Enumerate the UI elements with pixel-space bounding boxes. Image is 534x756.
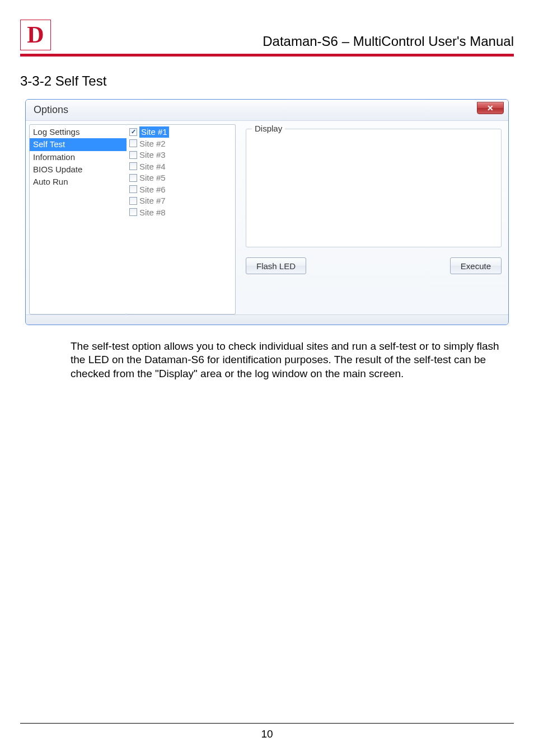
checkbox-icon[interactable] <box>129 151 137 159</box>
site-row[interactable]: Site #2 <box>129 138 232 150</box>
dialog-titlebar: Options ✕ <box>26 100 508 121</box>
nav-item-auto-run[interactable]: Auto Run <box>30 176 127 188</box>
site-label: Site #1 <box>139 126 169 138</box>
nav-item-log-settings[interactable]: Log Settings <box>30 126 127 138</box>
nav-item-self-test[interactable]: Self Test <box>30 138 127 151</box>
site-list: Site #1 Site #2 Site #3 Site #4 Site #5 <box>127 124 236 314</box>
checkbox-icon[interactable] <box>129 185 137 193</box>
site-label: Site #8 <box>139 207 166 218</box>
execute-button[interactable]: Execute <box>450 257 502 274</box>
site-row[interactable]: Site #7 <box>129 195 232 207</box>
site-row[interactable]: Site #3 <box>129 149 232 161</box>
dialog-title: Options <box>34 104 68 116</box>
section-heading: 3-3-2 Self Test <box>20 73 514 89</box>
nav-item-bios-update[interactable]: BIOS Update <box>30 163 127 176</box>
page-number: 10 <box>20 728 514 740</box>
site-row[interactable]: Site #4 <box>129 161 232 173</box>
options-dialog: Options ✕ Log Settings Self Test Informa… <box>25 99 509 325</box>
checkbox-icon[interactable] <box>129 128 137 136</box>
close-button[interactable]: ✕ <box>477 102 504 114</box>
display-groupbox: Display <box>246 129 502 247</box>
site-label: Site #2 <box>139 138 166 149</box>
close-icon: ✕ <box>487 104 494 112</box>
paragraph: The self-test option allows you to check… <box>71 340 509 381</box>
site-label: Site #3 <box>139 149 166 161</box>
logo-letter: D <box>27 23 44 46</box>
nav-item-information[interactable]: Information <box>30 151 127 163</box>
flash-led-button[interactable]: Flash LED <box>246 257 306 274</box>
checkbox-icon[interactable] <box>129 208 137 216</box>
header-rule <box>20 54 514 57</box>
dialog-scrollbar[interactable] <box>26 314 508 325</box>
site-label: Site #6 <box>139 184 166 195</box>
nav-list[interactable]: Log Settings Self Test Information BIOS … <box>29 124 127 314</box>
site-row[interactable]: Site #8 <box>129 207 232 219</box>
display-legend: Display <box>252 124 285 133</box>
logo: D <box>20 20 51 50</box>
site-row[interactable]: Site #5 <box>129 172 232 184</box>
checkbox-icon[interactable] <box>129 174 137 182</box>
site-label: Site #4 <box>139 161 166 172</box>
checkbox-icon[interactable] <box>129 162 137 170</box>
site-row[interactable]: Site #6 <box>129 184 232 196</box>
site-label: Site #7 <box>139 195 166 206</box>
footer-rule <box>20 723 514 724</box>
checkbox-icon[interactable] <box>129 197 137 205</box>
site-label: Site #5 <box>139 172 166 184</box>
checkbox-icon[interactable] <box>129 139 137 147</box>
page-title: Dataman-S6 – MultiControl User's Manual <box>263 34 514 50</box>
site-row[interactable]: Site #1 <box>129 126 232 138</box>
